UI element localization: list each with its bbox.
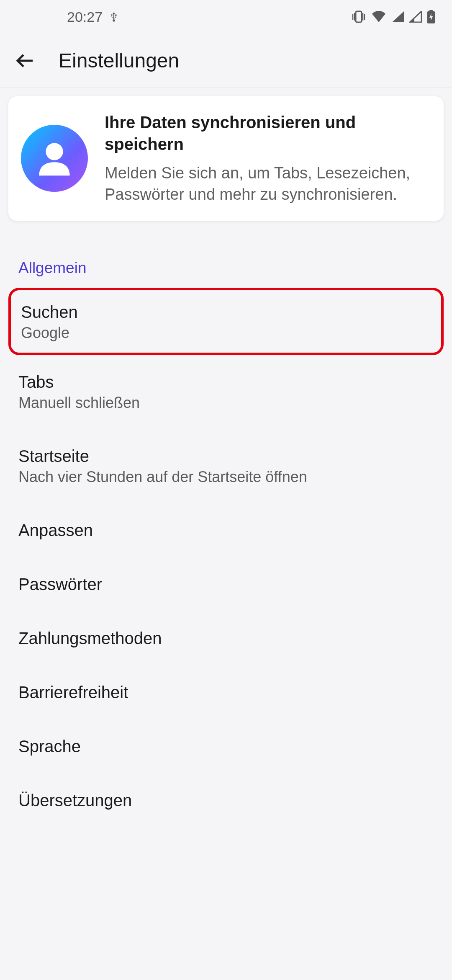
sync-content: Ihre Daten synchronisieren und speichern… [105, 111, 431, 206]
vibrate-icon [352, 10, 366, 23]
settings-item-subtitle: Manuell schließen [18, 394, 434, 412]
usb-icon [108, 11, 119, 22]
settings-item-title: Anpassen [18, 521, 434, 540]
settings-item-search[interactable]: Suchen Google [8, 288, 444, 355]
sync-title: Ihre Daten synchronisieren und speichern [105, 111, 431, 155]
settings-item-customize[interactable]: Anpassen [0, 503, 452, 557]
status-bar-left: 20:27 [67, 9, 119, 25]
settings-item-language[interactable]: Sprache [0, 720, 452, 774]
settings-item-title: Zahlungsmethoden [18, 629, 434, 648]
signal-icon-1 [392, 11, 404, 23]
avatar-icon [21, 125, 88, 192]
settings-item-passwords[interactable]: Passwörter [0, 557, 452, 611]
settings-item-title: Sprache [18, 737, 434, 756]
svg-rect-0 [356, 11, 362, 22]
settings-item-tabs[interactable]: Tabs Manuell schließen [0, 355, 452, 429]
sync-description: Melden Sie sich an, um Tabs, Lesezeichen… [105, 162, 431, 206]
avatar-wrapper [21, 125, 88, 192]
arrow-left-icon [15, 51, 35, 71]
status-bar: 20:27 [0, 0, 452, 34]
settings-item-translations[interactable]: Übersetzungen [0, 774, 452, 828]
settings-list: Suchen Google Tabs Manuell schließen Sta… [0, 288, 452, 828]
settings-item-title: Tabs [18, 373, 434, 392]
settings-item-accessibility[interactable]: Barrierefreiheit [0, 665, 452, 720]
app-bar: Einstellungen [0, 34, 452, 88]
svg-point-8 [46, 143, 63, 160]
wifi-icon [371, 10, 387, 23]
battery-icon [427, 10, 435, 23]
page-title: Einstellungen [59, 49, 179, 72]
status-bar-right [352, 10, 435, 23]
settings-item-title: Barrierefreiheit [18, 683, 434, 702]
sync-card[interactable]: Ihre Daten synchronisieren und speichern… [8, 96, 444, 221]
settings-item-subtitle: Google [21, 324, 431, 342]
settings-item-subtitle: Nach vier Stunden auf der Startseite öff… [18, 468, 434, 486]
status-time: 20:27 [67, 9, 103, 25]
settings-item-title: Startseite [18, 447, 434, 466]
settings-item-title: Suchen [21, 303, 431, 322]
signal-icon-2 [409, 11, 422, 23]
svg-rect-5 [429, 10, 433, 11]
settings-item-homepage[interactable]: Startseite Nach vier Stunden auf der Sta… [0, 429, 452, 503]
back-button[interactable] [13, 48, 38, 73]
settings-item-title: Übersetzungen [18, 791, 434, 810]
settings-item-title: Passwörter [18, 575, 434, 594]
settings-item-payment[interactable]: Zahlungsmethoden [0, 611, 452, 665]
section-header-general: Allgemein [0, 229, 452, 288]
